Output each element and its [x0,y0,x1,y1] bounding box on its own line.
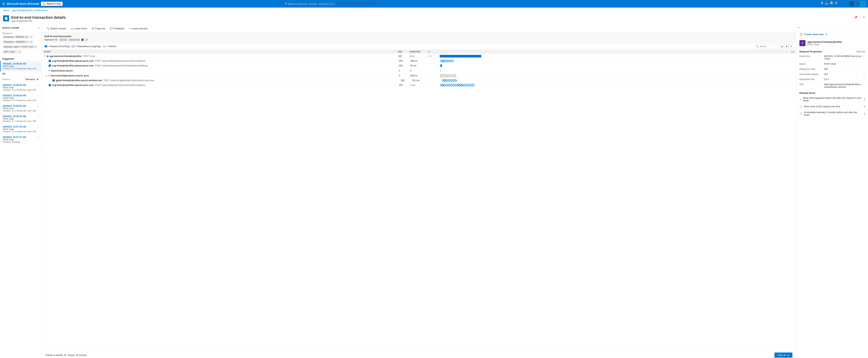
table-row[interactable]: 🔵 cog-fmdsqhcjtm4hw.openai.azure.com POS… [41,63,796,68]
prop-dots[interactable]: ··· [863,55,865,57]
global-search-input[interactable] [288,2,380,5]
expand-icon-0[interactable]: ▼ [44,55,46,57]
avatar-group [849,1,866,6]
arrow-icon: → [36,115,39,118]
related-item-icon: 📈 [799,105,802,108]
create-work-item-button[interactable]: 📋 Create work item ∨ [796,30,868,38]
prop-dots[interactable]: ··· [863,63,865,65]
related-item-icon: 🕐 [799,112,802,115]
search-container: 🔍 [754,44,779,49]
duration-bar-0 [440,55,481,57]
view-all-label: View all [777,354,786,357]
filter-remove-1[interactable]: ✕ [30,41,32,43]
filter-remove-2[interactable]: ✕ [34,46,36,48]
suggested-item[interactable]: → 9/8/2023, 10:58:48 AM POST /chat Durat… [0,61,41,71]
dur-info-icon[interactable]: ℹ [428,55,429,57]
row-bar-4 [440,74,794,77]
hamburger-menu[interactable]: ☰ [2,2,5,6]
prop-dots[interactable]: ··· [863,78,865,81]
filter-tag-0[interactable]: timestamp > 9/8/2023, 10... ✕ [2,35,34,39]
info-icon[interactable]: ℹ [864,98,865,101]
traces-unit: Traces [67,354,75,357]
list-item[interactable]: → 9/8/2023, 10:58:56 AM POST /chat Durat… [0,103,41,113]
row-res-3: 0 [399,70,410,72]
row-res-4: 0 [399,74,410,77]
property-row: Event time 9/8/2023, 10:58:48.538914 am … [796,54,868,61]
user-icon[interactable]: 👤 [844,1,847,6]
help-icon[interactable]: ❓ [839,1,842,6]
row-dots-0[interactable]: ··· [95,55,97,57]
table-row[interactable]: 🔵 cog-fmdsqhcjtm4hw.openai.azure.com POS… [41,59,796,63]
duration-bar-4 [440,74,456,77]
collapse-button[interactable]: « [38,27,39,29]
search-icon: 🔍 [285,2,288,5]
property-row: Name POST /chat ··· [796,61,868,66]
filter-remove-0[interactable]: ✕ [30,36,32,38]
prop-label: Response time [799,78,824,81]
pin-icon[interactable]: 📌 [854,16,858,19]
filter-button[interactable]: ▼ [789,44,793,49]
breadcrumb-resource[interactable]: appi-fmdsqhcjtm4hw | Performance [12,9,48,12]
info-icon[interactable]: ℹ [864,112,865,115]
create-work-item-label: Create work item [804,33,824,36]
row-bar-6 [440,84,794,86]
traces-count: 0 [64,354,66,357]
nav-learn-more[interactable]: 📖 Learn more [69,26,89,31]
list-item[interactable]: → 9/8/2023, 10:58:48 AM POST /chat Durat… [0,82,41,93]
table-row[interactable]: 🔵 cog-fmdsqhcjtm4hw.openai.azure.com POS… [41,83,796,88]
filter-tag-2[interactable]: Operation name == POST /chat ✕ [2,45,38,49]
view-all-button[interactable]: View all ▲ [774,353,793,358]
scroll-up-button[interactable]: ▲ [780,44,784,49]
nav-leave-preview[interactable]: ↩ Leave preview [127,26,150,31]
table-row[interactable]: ⚙ SearchClient.search 0 0 [41,68,796,74]
table-row[interactable]: ▼ ▣ app-backend-fmdsqhcjtm4hw POST /chat… [41,54,796,59]
filter-remove-3[interactable]: ✕ [19,51,20,53]
nav-search-results[interactable]: 🔍 Search results [44,26,68,31]
event-cell-0: ▼ ▣ app-backend-fmdsqhcjtm4hw POST /chat… [44,55,398,57]
table-row[interactable]: 🔵 gptkb-fmdsqhcjtm4hw.search.windows.net… [41,78,796,83]
transaction-search-input[interactable] [758,45,777,48]
show-all-link[interactable]: Show all [857,50,865,53]
list-item[interactable]: → 9/8/2023, 10:57:35 AM POST /chat Durat… [0,124,41,134]
settings-icon[interactable]: ⚙ [835,1,837,6]
sort-select[interactable]: Relevance [24,77,39,81]
prop-dots[interactable]: ··· [863,68,865,71]
related-item[interactable]: ↗ Show what happened before and after th… [796,95,868,104]
row-bar-1 [440,60,794,62]
related-item[interactable]: 🕐 All available telemetry 5 minutes befo… [796,110,868,118]
sort-info-icon[interactable]: ℹ [9,78,10,80]
report-bug-button[interactable]: 🐛 Report a bug [41,2,63,6]
global-search[interactable]: 🔍 [283,2,381,5]
filter-tag-3[interactable]: client_Type !... ✕ [2,50,22,54]
more-icon[interactable]: ··· [859,16,861,19]
filter-tag-1[interactable]: timestamp < 10/8/2023, 1... ✕ [2,40,34,44]
list-item[interactable]: → 9/8/2023, 10:57:47 AM POST /chat Durat… [0,134,41,145]
prop-dots[interactable]: ··· [863,73,865,76]
prop-dots[interactable]: ··· [863,83,865,86]
info-icon[interactable]: ℹ [864,105,865,108]
notification-icon[interactable]: 🔔 [830,1,833,6]
filter-col-icon[interactable]: ▼ [430,55,432,57]
row-bar-2 [440,64,794,67]
related-item[interactable]: 📈 Show trend of this request over time ℹ [796,104,868,110]
search-icon-small: 🔍 [756,45,758,48]
expand-button[interactable]: » [796,24,868,30]
monitor-icon[interactable]: 🖥 [820,1,823,6]
table-row[interactable]: ▼ ⚙ DocumentsOperations.search_post 0 33… [41,74,796,78]
download-icon[interactable]: 📥 [825,1,828,6]
item-path: POST /chat [3,65,39,67]
list-item[interactable]: → 9/8/2023, 10:58:39 AM POST /chat Durat… [0,113,41,124]
prop-label: Event time [799,55,824,57]
expand-icon-4[interactable]: ▼ [45,75,47,77]
list-item[interactable]: → 9/8/2023, 10:58:28 AM POST /chat Durat… [0,93,41,103]
legend-int-box [103,46,105,47]
row-name-4: DocumentsOperations.search_post [51,74,89,77]
breadcrumb-home[interactable]: Home [3,9,9,12]
close-icon[interactable]: ✕ [863,16,865,19]
op-icon-2[interactable]: 🔗 [85,38,88,41]
nav-copy-link[interactable]: 🔗 Copy link [90,26,107,31]
item-meta: Duration: 1.8 s Response code: 200 [3,110,39,112]
scroll-down-button[interactable]: ▼ [784,44,788,49]
arrow-icon: → [36,105,39,108]
nav-feedback[interactable]: 💬 Feedback [108,26,126,31]
